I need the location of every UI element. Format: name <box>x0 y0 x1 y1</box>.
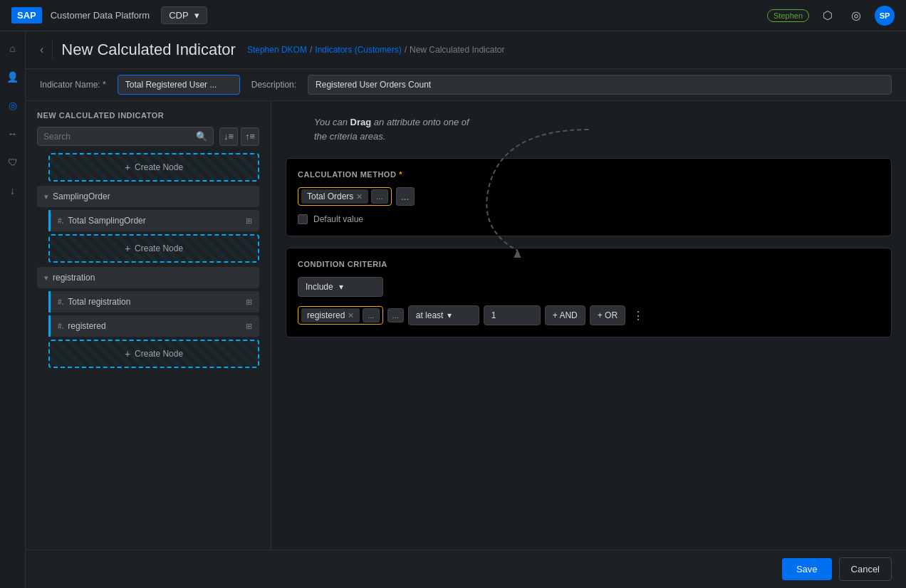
drag-hint: You can Drag an attribute onto one of th… <box>314 115 471 143</box>
default-value-checkbox[interactable] <box>298 214 308 224</box>
create-node-button-sampling[interactable]: + Create Node <box>48 234 259 263</box>
sidebar-user-icon[interactable]: 👤 <box>4 68 21 85</box>
total-orders-tag: Total Orders ✕ <box>301 189 368 204</box>
calc-method-title: CALCULATION METHOD * <box>298 170 880 179</box>
avatar[interactable]: SP <box>875 6 895 26</box>
sidebar-home-icon[interactable]: ⌂ <box>4 40 21 57</box>
page-header: ‹ New Calculated Indicator Stephen DKOM … <box>26 31 906 69</box>
indicator-name-input[interactable] <box>118 75 240 95</box>
calc-method-row: Total Orders ✕ ... ... <box>298 187 880 206</box>
tag-close-icon[interactable]: ✕ <box>356 192 363 201</box>
sampling-order-label: SamplingOrder <box>53 191 110 201</box>
total-registration-item[interactable]: #. Total registration ⊞ <box>48 291 259 313</box>
node-item-top-partial: + Create Node <box>37 153 259 182</box>
registered-tag-close[interactable]: ✕ <box>348 311 354 320</box>
sap-logo: SAP <box>11 7 42 23</box>
sidebar-target-icon[interactable]: ◎ <box>4 97 21 114</box>
create-node-sampling-label: Create Node <box>135 243 183 253</box>
user-badge[interactable]: Stephen <box>767 9 809 22</box>
add-or-button[interactable]: + OR <box>590 305 625 325</box>
create-node-button-top[interactable]: + Create Node <box>48 153 259 182</box>
node-registration: ▾ registration #. Total registration ⊞ #… <box>37 267 259 368</box>
left-panel-header: NEW CALCULATED INDICATOR <box>26 101 271 127</box>
criteria-more-button[interactable]: ... <box>363 308 379 322</box>
left-panel: NEW CALCULATED INDICATOR 🔍 ↓≡ ↑≡ <box>26 101 271 550</box>
cdp-dropdown[interactable]: CDP ▾ <box>161 6 207 24</box>
drag-hint-prefix: You can <box>314 117 350 127</box>
chevron-down-icon: ▾ <box>194 10 199 21</box>
search-bar: 🔍 ↓≡ ↑≡ <box>37 127 259 146</box>
breadcrumb: Stephen DKOM / Indicators (Customers) / … <box>247 45 505 55</box>
registered-label: registered <box>68 321 241 331</box>
create-node-button-reg[interactable]: + Create Node <box>48 340 259 368</box>
search-input[interactable] <box>43 132 192 142</box>
page-title: New Calculated Indicator <box>61 41 236 59</box>
bottom-bar: Save Cancel <box>26 550 906 588</box>
include-chevron-icon: ▾ <box>339 282 343 292</box>
more-actions-button[interactable]: ⋮ <box>630 306 647 325</box>
breadcrumb-sep1: / <box>310 45 312 55</box>
registration-label: registration <box>53 273 95 283</box>
at-least-label: at least <box>416 310 444 320</box>
collapse-icon-reg: ▾ <box>44 273 48 283</box>
at-least-select[interactable]: at least ▾ <box>408 305 479 325</box>
create-node-label: Create Node <box>135 162 183 172</box>
criteria-more-button2[interactable]: ... <box>387 308 404 322</box>
plus-icon-reg: + <box>125 348 130 359</box>
calc-more-button[interactable]: ... <box>371 189 387 204</box>
app-name: Customer Data Platform <box>51 10 150 21</box>
breadcrumb-middle[interactable]: Indicators (Customers) <box>315 45 401 55</box>
field-type-icon: ⊞ <box>246 216 252 226</box>
sort-buttons: ↓≡ ↑≡ <box>219 127 259 146</box>
main-split: NEW CALCULATED INDICATOR 🔍 ↓≡ ↑≡ <box>26 101 906 550</box>
criteria-row: registered ✕ ... ... at least ▾ + AND + <box>298 305 880 325</box>
search-icon[interactable]: 🔍 <box>196 131 207 142</box>
registered-item[interactable]: #. registered ⊞ <box>48 315 259 337</box>
bell-icon[interactable]: ◎ <box>846 6 866 26</box>
description-label: Description: <box>251 80 296 90</box>
layers-icon[interactable]: ⬡ <box>818 6 838 26</box>
breadcrumb-sep2: / <box>405 45 407 55</box>
total-orders-label: Total Orders <box>307 191 353 201</box>
right-panel: You can Drag an attribute onto one of th… <box>271 101 906 550</box>
field-hash-icon: #. <box>58 217 63 225</box>
required-star: * <box>399 170 402 179</box>
include-label: Include <box>306 282 333 292</box>
breadcrumb-current: New Calculated Indicator <box>410 45 504 55</box>
save-button[interactable]: Save <box>782 558 832 580</box>
collapse-icon: ▾ <box>44 192 48 201</box>
sidebar-share-icon[interactable]: ↔ <box>4 125 21 142</box>
total-registration-label: Total registration <box>68 297 241 307</box>
breadcrumb-root[interactable]: Stephen DKOM <box>247 45 307 55</box>
include-select[interactable]: Include ▾ <box>298 277 383 297</box>
registration-header[interactable]: ▾ registration <box>37 267 259 288</box>
criteria-tag-group: registered ✕ ... <box>298 306 383 325</box>
back-button[interactable]: ‹ <box>40 43 43 56</box>
sidebar-shield-icon[interactable]: 🛡 <box>4 154 21 171</box>
sampling-order-header[interactable]: ▾ SamplingOrder <box>37 186 259 207</box>
default-value-label: Default value <box>313 214 363 224</box>
cdp-label: CDP <box>169 10 188 21</box>
registered-label: registered <box>307 310 345 320</box>
add-and-button[interactable]: + AND <box>545 305 585 325</box>
calculation-method-card: CALCULATION METHOD * Total Orders ✕ ... … <box>286 158 892 236</box>
sidebar-down-icon[interactable]: ↓ <box>4 182 21 199</box>
condition-criteria-card: CONDITION CRITERIA Include ▾ registered … <box>286 248 892 337</box>
main-layout: ⌂ 👤 ◎ ↔ 🛡 ↓ ‹ New Calculated Indicator S… <box>0 31 906 588</box>
at-least-chevron-icon: ▾ <box>447 310 452 320</box>
content-area: ‹ New Calculated Indicator Stephen DKOM … <box>26 31 906 588</box>
tag-group-calc: Total Orders ✕ ... <box>298 187 392 206</box>
description-input[interactable] <box>308 75 892 95</box>
sort-asc-button[interactable]: ↓≡ <box>219 127 238 146</box>
count-input[interactable] <box>484 305 541 325</box>
create-node-reg-label: Create Node <box>135 349 183 359</box>
field-type-icon-reg: ⊞ <box>246 298 252 307</box>
sort-desc-button[interactable]: ↑≡ <box>241 127 259 146</box>
total-sampling-order-item[interactable]: #. Total SamplingOrder ⊞ <box>48 210 259 231</box>
node-sampling-order: ▾ SamplingOrder #. Total SamplingOrder ⊞… <box>37 186 259 263</box>
drag-hint-bold: Drag <box>350 117 372 127</box>
calc-add-button[interactable]: ... <box>396 187 415 206</box>
field-type-icon-reg2: ⊞ <box>246 322 252 331</box>
cancel-button[interactable]: Cancel <box>839 557 892 581</box>
indicator-name-label: Indicator Name: * <box>40 80 106 90</box>
